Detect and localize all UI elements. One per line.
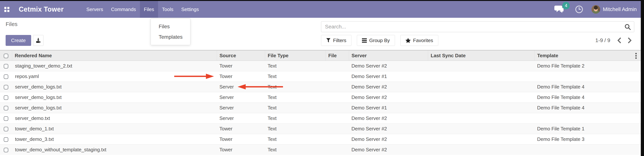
cell-file-type[interactable]: Text [265, 82, 326, 92]
cell-file[interactable] [326, 134, 349, 145]
cell-file[interactable] [326, 103, 349, 113]
table-row[interactable]: server_demo_logs.txtServerTextDemo Serve… [0, 82, 641, 92]
optional-columns-toggle[interactable] [635, 53, 637, 59]
messages-button[interactable]: 4 [554, 5, 564, 14]
create-button[interactable]: Create [6, 35, 31, 46]
cell-file[interactable] [326, 145, 349, 155]
row-checkbox[interactable] [4, 116, 8, 121]
column-header-rendered-name[interactable]: Rendered Name [12, 50, 217, 61]
pager-next-button[interactable] [628, 38, 632, 43]
table-row[interactable]: tower_demo_without_template_staging.txtT… [0, 145, 641, 155]
cell-server[interactable]: Demo Server #2 [349, 134, 428, 145]
cell-file[interactable] [326, 113, 349, 124]
row-checkbox[interactable] [4, 148, 8, 152]
cell-file[interactable] [326, 124, 349, 134]
row-checkbox[interactable] [4, 64, 8, 69]
table-row[interactable]: server_demo.txtServerTextDemo Server #2 [0, 113, 641, 124]
cell-template[interactable] [534, 145, 641, 155]
table-row[interactable]: tower_demo_3.txtTowerTextDemo Server #2D… [0, 134, 641, 145]
cell-rendered-name[interactable]: server_demo_logs.txt [12, 103, 217, 113]
cell-rendered-name[interactable]: server_demo_logs.txt [12, 92, 217, 103]
cell-rendered-name[interactable]: repos.yaml [12, 71, 217, 82]
nav-item-tools[interactable]: Tools [158, 1, 178, 18]
cell-last-sync-date[interactable] [428, 113, 534, 124]
cell-file-type[interactable]: Text [265, 92, 326, 103]
cell-template[interactable] [534, 71, 641, 82]
cell-server[interactable]: Demo Server #1 [349, 71, 428, 82]
export-button[interactable] [33, 35, 44, 46]
cell-last-sync-date[interactable] [428, 134, 534, 145]
cell-file[interactable] [326, 82, 349, 92]
nav-item-files[interactable]: Files [140, 1, 158, 18]
column-header-source[interactable]: Source [217, 50, 265, 61]
activities-button[interactable] [575, 5, 583, 13]
cell-template[interactable]: Demo File Template 4 [534, 82, 641, 92]
cell-source[interactable]: Tower [217, 124, 265, 134]
cell-server[interactable]: Demo Server #2 [349, 92, 428, 103]
column-header-template[interactable]: Template [534, 50, 641, 61]
cell-server[interactable]: Demo Server #1 [349, 103, 428, 113]
filters-button[interactable]: Filters [321, 35, 352, 46]
column-header-file-type[interactable]: File Type [265, 50, 326, 61]
cell-template[interactable]: Demo File Template 4 [534, 103, 641, 113]
cell-file-type[interactable]: Text [265, 113, 326, 124]
cell-server[interactable]: Demo Server #2 [349, 113, 428, 124]
cell-last-sync-date[interactable] [428, 92, 534, 103]
pager-previous-button[interactable] [617, 38, 621, 43]
search-input[interactable] [321, 21, 634, 32]
nav-item-commands[interactable]: Commands [107, 1, 140, 18]
cell-file-type[interactable]: Text [265, 61, 326, 71]
cell-file-type[interactable]: Text [265, 124, 326, 134]
cell-file[interactable] [326, 92, 349, 103]
table-row[interactable]: staging_tower_demo_2.txtTowerTextDemo Se… [0, 61, 641, 71]
cell-server[interactable]: Demo Server #2 [349, 124, 428, 134]
table-row[interactable]: tower_demo_1.txtTowerTextDemo Server #2D… [0, 124, 641, 134]
cell-template[interactable]: Demo File Template 1 [534, 124, 641, 134]
cell-last-sync-date[interactable] [428, 71, 534, 82]
cell-template[interactable]: Demo File Template 2 [534, 61, 641, 71]
cell-source[interactable]: Tower [217, 145, 265, 155]
group-by-button[interactable]: Group By [357, 35, 395, 46]
cell-rendered-name[interactable]: server_demo.txt [12, 113, 217, 124]
column-header-server[interactable]: Server [349, 50, 428, 61]
cell-rendered-name[interactable]: tower_demo_without_template_staging.txt [12, 145, 217, 155]
cell-server[interactable]: Demo Server #2 [349, 145, 428, 155]
cell-source[interactable]: Server [217, 113, 265, 124]
cell-file-type[interactable]: Text [265, 103, 326, 113]
cell-rendered-name[interactable]: tower_demo_3.txt [12, 134, 217, 145]
row-checkbox[interactable] [4, 127, 8, 131]
brand-title[interactable]: Cetmix Tower [19, 1, 64, 18]
cell-file-type[interactable]: Text [265, 71, 326, 82]
cell-source[interactable]: Tower [217, 134, 265, 145]
column-header-last-sync-date[interactable]: Last Sync Date [428, 50, 534, 61]
cell-source[interactable]: Tower [217, 61, 265, 71]
row-checkbox[interactable] [4, 137, 8, 142]
nav-item-servers[interactable]: Servers [82, 1, 107, 18]
select-all-checkbox[interactable] [4, 54, 8, 58]
dropdown-item-templates[interactable]: Templates [151, 32, 190, 42]
cell-source[interactable]: Server [217, 103, 265, 113]
row-checkbox[interactable] [4, 106, 8, 110]
cell-server[interactable]: Demo Server #2 [349, 61, 428, 71]
apps-menu-button[interactable] [0, 1, 10, 18]
cell-source[interactable]: Server [217, 92, 265, 103]
cell-rendered-name[interactable]: staging_tower_demo_2.txt [12, 61, 217, 71]
cell-last-sync-date[interactable] [428, 145, 534, 155]
cell-rendered-name[interactable]: server_demo_logs.txt [12, 82, 217, 92]
cell-template[interactable]: Demo File Template 4 [534, 92, 641, 103]
nav-item-settings[interactable]: Settings [178, 1, 203, 18]
favorites-button[interactable]: Favorites [400, 35, 438, 46]
cell-server[interactable]: Demo Server #2 [349, 82, 428, 92]
row-checkbox[interactable] [4, 75, 8, 79]
cell-file-type[interactable]: Text [265, 145, 326, 155]
row-checkbox[interactable] [4, 85, 8, 89]
cell-template[interactable]: Demo File Template 3 [534, 134, 641, 145]
cell-file[interactable] [326, 71, 349, 82]
cell-last-sync-date[interactable] [428, 124, 534, 134]
cell-file[interactable] [326, 61, 349, 71]
cell-last-sync-date[interactable] [428, 103, 534, 113]
cell-last-sync-date[interactable] [428, 61, 534, 71]
user-menu[interactable]: Mitchell Admin [603, 6, 637, 12]
dropdown-item-files[interactable]: Files [151, 21, 190, 32]
table-row[interactable]: server_demo_logs.txtServerTextDemo Serve… [0, 92, 641, 103]
